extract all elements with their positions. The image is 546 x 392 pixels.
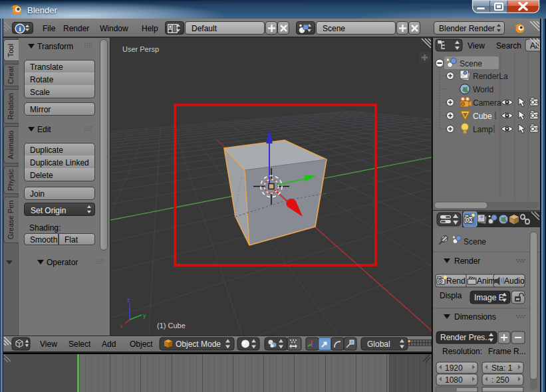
- svg-text:1920: 1920: [445, 363, 463, 373]
- svg-text:Displa: Displa: [440, 291, 462, 300]
- svg-text:Anim: Anim: [477, 276, 495, 286]
- svg-text:Scene: Scene: [464, 237, 486, 246]
- svg-text:Scene: Scene: [460, 59, 482, 68]
- svg-text:Render: Render: [454, 256, 480, 266]
- svg-text:Object: Object: [130, 340, 153, 349]
- svg-text:Frame R...: Frame R...: [488, 347, 526, 356]
- svg-text:z: z: [127, 297, 130, 304]
- svg-text:i: i: [19, 25, 21, 33]
- svg-text:(1) Cube: (1) Cube: [157, 322, 186, 330]
- svg-text:Resolution:: Resolution:: [442, 347, 482, 356]
- svg-text:Global: Global: [367, 340, 390, 349]
- svg-text:Lamp: Lamp: [473, 125, 493, 134]
- svg-text:y: y: [143, 312, 146, 319]
- svg-text:: 250: : 250: [491, 375, 509, 385]
- svg-text:User Persp: User Persp: [122, 45, 159, 53]
- svg-text:1080: 1080: [445, 375, 463, 385]
- svg-text:RenderLa: RenderLa: [473, 72, 508, 81]
- svg-text:Add: Add: [102, 340, 116, 349]
- svg-text:Search: Search: [496, 41, 521, 50]
- svg-text:Select: Select: [68, 340, 91, 349]
- svg-text:View: View: [40, 340, 57, 349]
- svg-text:View: View: [468, 41, 485, 50]
- svg-text:Render Pres...: Render Pres...: [440, 333, 491, 342]
- svg-text:Camera: Camera: [473, 98, 501, 108]
- svg-text:Rend: Rend: [446, 276, 466, 286]
- svg-text:Cube: Cube: [473, 112, 492, 121]
- svg-text:x: x: [120, 323, 123, 330]
- svg-text:Object Mode: Object Mode: [176, 340, 221, 349]
- svg-text:Sta: 1: Sta: 1: [491, 363, 513, 373]
- svg-text:Image E: Image E: [474, 293, 504, 302]
- svg-text:World: World: [473, 85, 493, 94]
- svg-text:Audio: Audio: [504, 276, 525, 286]
- svg-text:Dimensions: Dimensions: [454, 312, 496, 322]
